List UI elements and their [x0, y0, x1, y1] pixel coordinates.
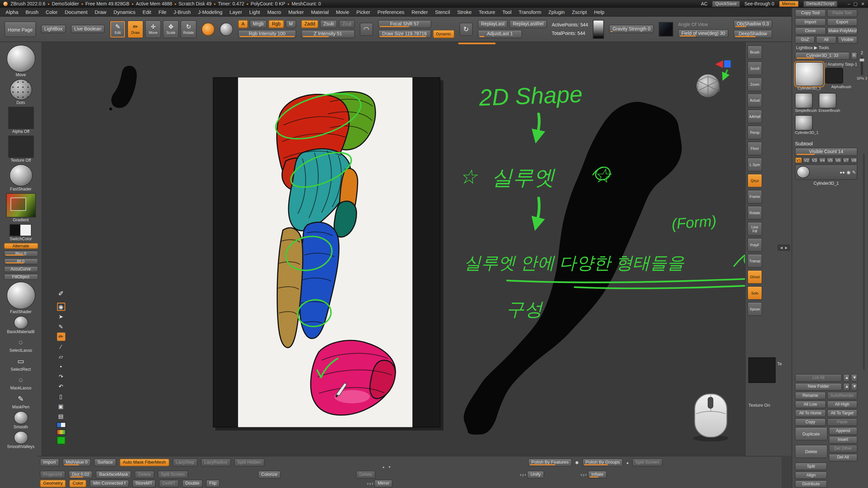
visible-count-slider[interactable]: Visible Count 14 [795, 148, 857, 156]
left-tray-thumbnail[interactable] [6, 45, 35, 73]
quicksave-button[interactable]: QuickSave [712, 1, 740, 7]
right-shelf-button[interactable]: Xpose [747, 302, 762, 316]
right-shelf-button[interactable]: Qxyz [747, 174, 762, 188]
eraserbrush-thumbnail[interactable] [818, 93, 836, 108]
menu-item[interactable]: Picker [356, 9, 370, 15]
menu-item[interactable]: Macro [267, 9, 281, 15]
right-shelf-button[interactable]: Brush [747, 45, 762, 59]
menu-item[interactable]: Stroke [457, 9, 471, 15]
replay-last-rel-button[interactable]: ReplayLastRel [510, 20, 547, 28]
bottom-button[interactable]: LazyRadius [201, 459, 231, 466]
bottom-button[interactable]: Double [182, 480, 203, 488]
paint-mode-button[interactable]: A [238, 20, 248, 28]
strip-tool-icon[interactable]: ▯ [57, 392, 65, 401]
folder-up-button[interactable]: ▲ [843, 383, 850, 391]
lightbox-tools-label[interactable]: Lightbox ▶ Tools [795, 45, 857, 51]
tray-expander[interactable]: ◄ ► [778, 245, 790, 251]
strip-tool-icon[interactable]: ▣ [57, 402, 65, 410]
inflate-xyz-modifiers[interactable]: x y z [580, 473, 587, 476]
texture-thumbnail[interactable] [659, 22, 673, 36]
all-to-target-button[interactable]: All To Target [827, 409, 857, 417]
strip-tool-icon[interactable]: ◉ [57, 303, 65, 311]
menu-item[interactable]: Color [46, 9, 58, 15]
strip-tool-icon[interactable]: ▱ [57, 352, 65, 361]
draw-size-slider[interactable]: Draw Size 119.78716 [378, 30, 431, 38]
folder-down-button[interactable]: ▼ [851, 383, 857, 391]
replay-icon[interactable]: ↻ [459, 22, 473, 36]
dynamic-button[interactable]: Dynamic [433, 30, 454, 38]
mode-button[interactable]: ✥ Scale [163, 20, 179, 38]
color-swatch-multi[interactable] [56, 429, 66, 435]
right-shelf-button[interactable]: AAHalf [747, 109, 762, 123]
menu-item[interactable]: Transform [519, 9, 541, 15]
import-tool-button[interactable]: Import [795, 18, 826, 26]
version-tab[interactable]: V1 [795, 157, 802, 163]
copy-tool-button[interactable]: Copy Tool [795, 9, 826, 17]
menu-item[interactable]: Render [412, 9, 428, 15]
bottom-button[interactable]: Split Screen [158, 471, 188, 479]
mode-button[interactable]: ✎ Edit [110, 20, 125, 38]
paint-mode-button[interactable]: Mrgb [250, 20, 267, 28]
strip-tool-icon[interactable]: ✎ [57, 323, 65, 331]
menu-item[interactable]: Zscript [572, 9, 587, 15]
colorize-button[interactable]: Colorize [258, 471, 281, 479]
left-tray-button[interactable]: Blur 0 [4, 251, 38, 257]
version-tab[interactable]: V7 [842, 157, 850, 163]
right-shelf-button[interactable]: Floor [747, 142, 762, 156]
all-low-button[interactable]: All Low [795, 401, 826, 408]
menu-item[interactable]: J-Brush [174, 9, 191, 15]
left-tray-thumbnail[interactable] [14, 411, 28, 424]
strip-tool-icon[interactable]: ↶ [57, 382, 65, 390]
left-tray-thumbnail[interactable] [14, 316, 28, 329]
left-tray-button[interactable]: Rf 0 [4, 258, 38, 264]
polish-by-features-slider[interactable]: Polish By Features [528, 459, 572, 466]
alpha-thumbnail[interactable] [593, 20, 604, 39]
align-button[interactable]: Align [795, 471, 827, 479]
bottom-button[interactable]: MidValue 0 [62, 459, 91, 466]
bottom-button[interactable]: Import [40, 459, 59, 466]
strip-tool-icon[interactable]: ▤ [57, 412, 65, 420]
menu-item[interactable]: Zplugin [548, 9, 565, 15]
tray-divider-arrows[interactable]: ▲ ▼ [382, 465, 392, 469]
field-of-view-slider[interactable]: Field of view(deg) 30 [678, 29, 728, 37]
version-tab[interactable]: V6 [834, 157, 842, 163]
focal-shift-slider[interactable]: Focal Shift 57 [378, 20, 431, 28]
timeline-scrub-bar[interactable] [458, 43, 495, 44]
green-color-swatch[interactable] [57, 436, 65, 444]
r-button[interactable]: R [851, 52, 857, 60]
left-tray-thumbnail[interactable] [6, 282, 35, 309]
inflate-slider[interactable]: Inflate [588, 471, 607, 479]
bottom-button[interactable]: Split Hidden [234, 459, 264, 466]
z-intensity-slider[interactable]: Z Intensity 51 [301, 30, 355, 38]
right-shelf-button[interactable]: Transp [747, 254, 762, 268]
simplebrush-thumbnail[interactable] [795, 93, 812, 108]
gravity-strength-slider[interactable]: Gravity Strength 0 [609, 25, 654, 33]
menu-item[interactable]: Dynamics [114, 9, 136, 15]
mode-button[interactable]: ✏ Draw [127, 20, 143, 38]
menu-item[interactable]: File [158, 9, 166, 15]
right-shelf-button[interactable]: L.Sym [747, 158, 762, 171]
export-tool-button[interactable]: Export [827, 18, 857, 26]
all-to-home-button[interactable]: All To Home [795, 409, 826, 417]
unify-xyz-modifiers[interactable]: x y z [520, 473, 526, 476]
tool-slot-thumbnail[interactable] [795, 115, 812, 131]
paste-tool-button[interactable]: Paste Tool [827, 9, 857, 17]
split-button[interactable]: Split [795, 463, 827, 470]
right-shelf-button[interactable]: PolyF [747, 238, 762, 252]
mirror-button[interactable]: Mirror [374, 480, 393, 488]
polysphere-gizmo[interactable] [696, 74, 720, 98]
left-tray-thumbnail[interactable] [8, 136, 34, 158]
goz-button[interactable]: GoZ [795, 36, 815, 44]
mode-button[interactable]: ✛ Move [145, 20, 161, 38]
left-tray-thumbnail[interactable] [10, 224, 32, 236]
strip-tool-icon[interactable]: ✏ [57, 332, 65, 341]
bottom-button[interactable]: BackfaceMask [96, 471, 132, 479]
rename-button[interactable]: Rename [795, 392, 826, 400]
window-control-button[interactable]: – [848, 1, 850, 6]
current-tool-thumbnail[interactable] [795, 62, 824, 86]
menu-item[interactable]: J-Modeling [198, 9, 222, 15]
del-other-button[interactable]: Del Other [828, 445, 857, 453]
sculpt-mode-button[interactable]: Zadd [301, 20, 318, 28]
material-sphere-icon[interactable] [220, 22, 233, 36]
right-shelf-button[interactable]: Scroll [747, 61, 762, 75]
